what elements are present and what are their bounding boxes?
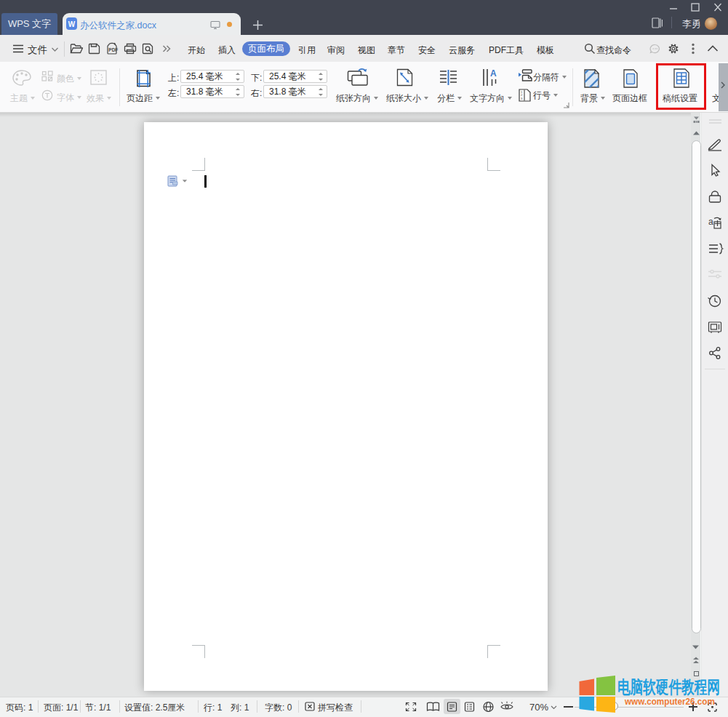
svg-text:PDF: PDF <box>108 47 118 52</box>
svg-text:A: A <box>490 68 497 79</box>
svg-text:a: a <box>708 217 713 227</box>
